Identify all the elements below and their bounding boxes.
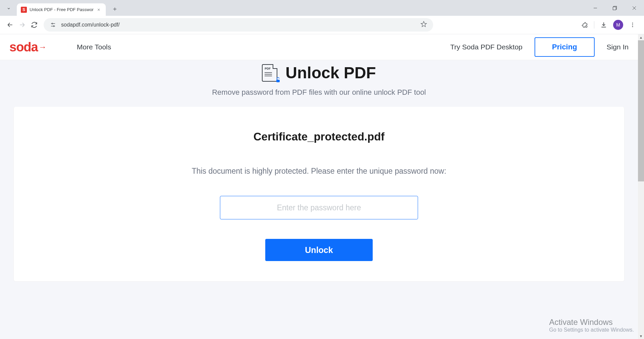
logo-arrow-icon: → bbox=[39, 42, 47, 52]
page-header: PDF Unlock PDF Remove password from PDF … bbox=[0, 63, 638, 107]
maximize-icon bbox=[613, 6, 617, 10]
main-content: PDF Unlock PDF Remove password from PDF … bbox=[0, 60, 638, 339]
browser-toolbar: sodapdf.com/unlock-pdf/ M bbox=[0, 16, 644, 34]
scrollbar[interactable]: ▲ ▼ bbox=[638, 34, 644, 339]
close-icon bbox=[97, 8, 101, 12]
tab-search-dropdown[interactable] bbox=[3, 2, 15, 14]
page-title: Unlock PDF bbox=[285, 63, 376, 82]
pdf-unlock-icon: PDF bbox=[262, 64, 279, 82]
pricing-button[interactable]: Pricing bbox=[535, 37, 595, 57]
browser-tab-strip: S Unlock PDF - Free PDF Passwor bbox=[0, 0, 644, 16]
maximize-button[interactable] bbox=[605, 0, 625, 16]
favicon-icon: S bbox=[21, 7, 27, 13]
tab-close-button[interactable] bbox=[96, 7, 102, 13]
reload-button[interactable] bbox=[28, 19, 40, 31]
url-text: sodapdf.com/unlock-pdf/ bbox=[61, 22, 120, 28]
nav-try-desktop[interactable]: Try Soda PDF Desktop bbox=[450, 43, 522, 51]
download-icon bbox=[600, 22, 607, 28]
page-viewport: soda → More Tools Try Soda PDF Desktop P… bbox=[0, 34, 644, 339]
scrollbar-down-button[interactable]: ▼ bbox=[638, 333, 644, 339]
svg-rect-1 bbox=[613, 7, 616, 10]
tune-icon bbox=[50, 22, 56, 28]
site-info-button[interactable] bbox=[50, 22, 56, 28]
logo[interactable]: soda → bbox=[9, 40, 47, 54]
scrollbar-up-button[interactable]: ▲ bbox=[638, 34, 644, 40]
browser-tab[interactable]: S Unlock PDF - Free PDF Passwor bbox=[17, 3, 106, 16]
nav-sign-in[interactable]: Sign In bbox=[607, 43, 629, 51]
kebab-icon bbox=[630, 22, 636, 28]
svg-point-6 bbox=[632, 26, 633, 27]
nav-more-tools[interactable]: More Tools bbox=[77, 43, 111, 51]
bookmark-button[interactable] bbox=[420, 21, 427, 29]
star-icon bbox=[420, 21, 427, 28]
unlock-card: Certificate_protected.pdf This document … bbox=[13, 107, 625, 282]
extensions-button[interactable] bbox=[580, 20, 589, 30]
plus-icon bbox=[112, 6, 118, 12]
new-tab-button[interactable] bbox=[110, 4, 120, 14]
logo-text: soda bbox=[9, 40, 38, 54]
filename-heading: Certificate_protected.pdf bbox=[27, 130, 611, 143]
page-subtitle: Remove password from PDF files with our … bbox=[0, 88, 638, 97]
chrome-menu-button[interactable] bbox=[628, 20, 637, 30]
unlock-icon bbox=[275, 77, 281, 83]
svg-point-3 bbox=[53, 26, 54, 27]
unlock-button[interactable]: Unlock bbox=[265, 239, 373, 261]
svg-point-5 bbox=[632, 25, 633, 26]
back-button[interactable] bbox=[4, 19, 16, 31]
minimize-button[interactable] bbox=[586, 0, 605, 16]
downloads-button[interactable] bbox=[599, 20, 608, 30]
svg-point-2 bbox=[52, 23, 53, 24]
profile-button[interactable]: M bbox=[613, 20, 623, 30]
svg-rect-7 bbox=[276, 80, 280, 82]
svg-point-4 bbox=[632, 23, 633, 24]
scrollbar-thumb[interactable] bbox=[638, 40, 644, 181]
site-header: soda → More Tools Try Soda PDF Desktop P… bbox=[0, 34, 638, 60]
tab-title: Unlock PDF - Free PDF Passwor bbox=[30, 7, 94, 12]
forward-button[interactable] bbox=[16, 19, 28, 31]
password-input[interactable] bbox=[220, 196, 418, 219]
puzzle-icon bbox=[581, 22, 588, 28]
window-controls bbox=[586, 0, 644, 16]
address-bar[interactable]: sodapdf.com/unlock-pdf/ bbox=[44, 18, 433, 32]
instruction-text: This document is highly protected. Pleas… bbox=[27, 167, 611, 176]
close-window-button[interactable] bbox=[625, 0, 644, 16]
arrow-right-icon bbox=[19, 22, 26, 28]
arrow-left-icon bbox=[7, 22, 13, 28]
toolbar-divider bbox=[594, 21, 594, 29]
chevron-down-icon bbox=[6, 6, 11, 11]
reload-icon bbox=[31, 22, 38, 28]
close-icon bbox=[632, 6, 636, 10]
minimize-icon bbox=[593, 6, 597, 10]
